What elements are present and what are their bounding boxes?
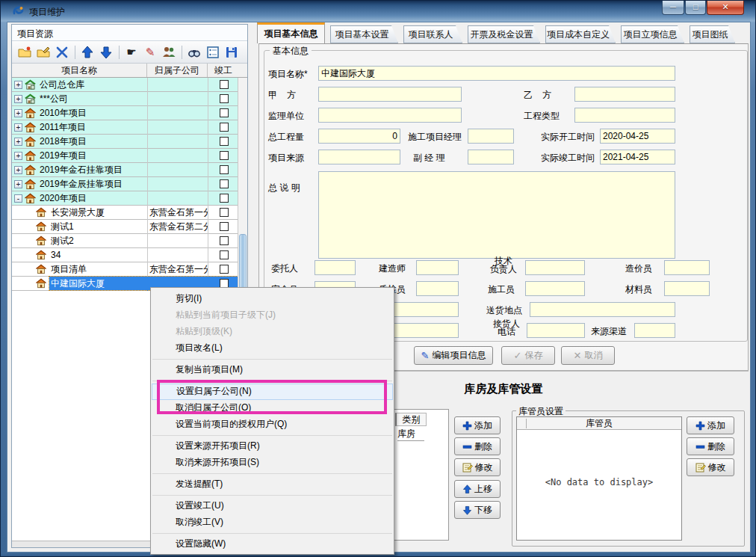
completed-checkbox[interactable] [220,123,229,132]
completed-checkbox[interactable] [220,137,229,146]
warehouse-move-down-button[interactable]: 下移 [454,501,501,519]
tree-row-14[interactable]: 项目清单东营金石第一分公 [12,262,247,277]
completed-checkbox[interactable] [220,250,229,259]
tree-row-10[interactable]: 长安湖景大厦东营金石第一分公 [12,206,247,220]
project-name-cell[interactable]: 2010年项目 [40,106,147,120]
project-name-cell[interactable]: 2020年项目 [40,191,147,206]
cost-engineer-input[interactable] [664,260,710,275]
tree-row-8[interactable]: +2019年金辰挂靠项目 [12,177,247,191]
project-name-cell[interactable]: 2019年项目 [40,149,147,163]
warehouse-delete-button[interactable]: 删除 [454,437,501,455]
project-name-cell[interactable]: 测试2 [51,234,147,248]
keeper-add-button[interactable]: 添加 [687,416,734,434]
column-header-subsidiary[interactable]: 归属子公司 [147,64,208,77]
tech-lead-input[interactable] [525,260,585,275]
completed-checkbox[interactable] [220,179,229,188]
warehouse-add-button[interactable]: 添加 [454,416,501,434]
project-name-cell[interactable]: 测试1 [51,220,147,234]
actual-start-date-input[interactable] [600,129,675,144]
expand-icon[interactable]: + [14,109,22,117]
project-type-input[interactable] [574,108,675,123]
tab-4[interactable]: 开票及税金设置 [468,25,540,43]
column-header-project-name[interactable]: 项目名称 [12,64,147,77]
receiver-phone-input[interactable] [527,323,585,338]
menu-item-1[interactable]: 剪切(I) [151,291,394,307]
maximize-button[interactable]: □ [685,1,706,15]
total-quantity-input[interactable] [318,129,400,144]
modify-project-icon[interactable] [34,43,52,61]
completed-checkbox[interactable] [220,108,229,117]
tree-row-7[interactable]: +2019年金石挂靠项目 [12,163,247,177]
keeper-delete-button[interactable]: 删除 [687,437,734,455]
title-bar[interactable]: 项目维护 ─ □ ✕ [1,1,755,22]
completed-checkbox[interactable] [220,265,229,274]
project-name-cell[interactable]: 2019年金辰挂靠项目 [40,177,147,191]
menu-item-13[interactable]: 取消来源开拓项目(S) [151,455,394,471]
deputy-manager-input[interactable] [468,150,514,164]
tree-row-12[interactable]: 测试2 [12,234,247,248]
tab-1[interactable]: 项目基本信息 [257,22,325,43]
expand-icon[interactable]: + [14,152,22,160]
project-name-cell[interactable]: 2011年项目 [40,120,147,135]
completed-checkbox[interactable] [220,80,229,89]
tree-row-4[interactable]: +2011年项目 [12,120,247,135]
tree-row-13[interactable]: 34 [12,248,247,262]
expand-icon[interactable]: + [14,180,22,188]
tree-row-1[interactable]: +公司总仓库 [12,78,247,92]
project-name-cell[interactable]: 项目清单 [51,262,147,277]
completed-checkbox[interactable] [220,94,229,103]
delivery-place-input[interactable] [530,302,675,317]
material-clerk-input[interactable] [664,281,710,296]
source-channel-input[interactable] [634,323,675,338]
completed-checkbox[interactable] [220,222,229,231]
users-icon[interactable] [160,43,178,61]
menu-item-4[interactable]: 项目改名(L) [151,340,394,357]
warehouse-modify-button[interactable]: 修改 [454,458,501,476]
menu-item-18[interactable]: 取消竣工(V) [151,514,394,531]
completed-checkbox[interactable] [220,151,229,160]
supervision-unit-input[interactable] [318,108,462,123]
completed-checkbox[interactable] [220,208,229,217]
menu-item-3[interactable]: 粘贴到顶级(K) [151,324,394,340]
expand-icon[interactable]: + [14,138,22,146]
project-name-cell[interactable]: 34 [51,248,147,262]
column-header-completed[interactable]: 竣工 [208,64,239,77]
tab-6[interactable]: 项目立项信息 [621,25,684,43]
party-b-input[interactable] [574,87,675,102]
save-button[interactable]: ✓ 保存 [501,346,555,365]
close-button[interactable]: ✕ [707,1,744,15]
tab-2[interactable]: 项目基本设置 [330,25,398,43]
menu-item-6[interactable]: 复制当前项目(M) [151,362,394,378]
expand-icon[interactable]: + [14,81,22,89]
tree-row-5[interactable]: +2018年项目 [12,135,247,149]
tree-row-3[interactable]: +2010年项目 [12,106,247,120]
menu-item-15[interactable]: 发送提醒(T) [151,476,394,493]
warehouse-move-up-button[interactable]: 上移 [454,480,501,498]
party-a-input[interactable] [318,87,462,102]
expand-icon[interactable]: + [14,95,22,103]
new-project-icon[interactable] [16,43,34,61]
menu-item-10[interactable]: 设置当前项目的授权用户(Q) [151,416,394,433]
cancel-button[interactable]: ✕ 取消 [561,346,615,365]
keeper-column-header[interactable]: 库管员 [517,417,681,430]
project-name-cell[interactable]: ***公司 [40,92,147,106]
completed-checkbox[interactable] [220,236,229,245]
expand-icon[interactable]: + [14,166,22,174]
project-name-input[interactable] [318,66,675,81]
tab-7[interactable]: 项目图纸 [690,25,735,43]
detail-view-icon[interactable] [204,43,222,61]
tree-row-9[interactable]: -2020年项目 [12,191,247,206]
save-icon[interactable] [223,43,241,61]
actual-finish-date-input[interactable] [600,150,675,164]
category-column-header[interactable]: 类别 [395,413,427,426]
project-name-cell[interactable]: 2018年项目 [40,135,147,149]
summary-textarea[interactable] [318,171,675,259]
constructor-input[interactable] [525,281,585,296]
minimize-button[interactable]: ─ [662,1,684,15]
construction-manager-input[interactable] [468,129,514,144]
move-down-icon[interactable] [97,43,115,61]
search-icon[interactable] [185,43,203,61]
menu-item-20[interactable]: 设置隐藏(W) [151,536,394,553]
tree-row-2[interactable]: +***公司 [12,92,247,106]
completed-checkbox[interactable] [220,194,229,203]
